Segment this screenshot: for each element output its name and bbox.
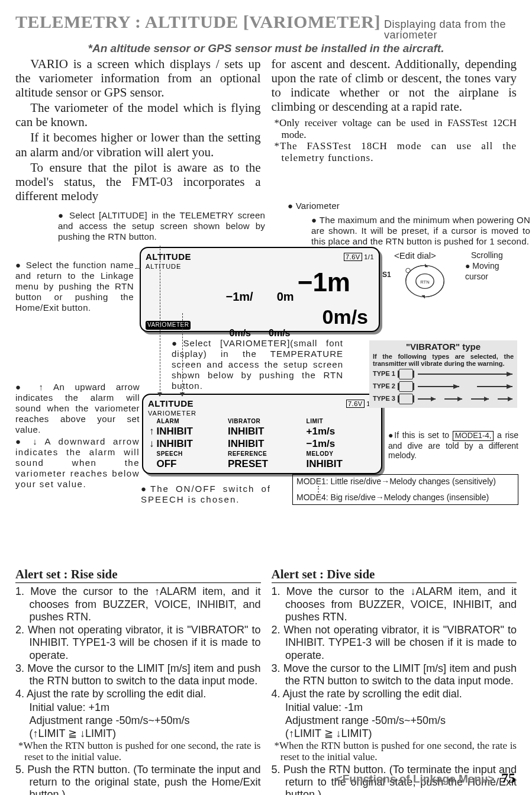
lcd2-r1-vib: INHIBIT: [227, 425, 305, 437]
dive-reset-line: *When the RTN button is pushed for one s…: [272, 741, 517, 762]
lcd1-bot-left: 0m/s: [230, 327, 251, 339]
rise-step-4: 4. Ajust the rate by scrolling the edit …: [15, 688, 261, 700]
rise-step-2: 2. When not operating vibrator, it is "V…: [15, 624, 261, 662]
callout-max-min: The maximum and the minimum when powerin…: [311, 215, 530, 246]
intro-p2: The variometer of the model which is fly…: [15, 101, 261, 129]
lcd2-r2-limit: −1m/s: [305, 437, 376, 450]
lcd2-h-mel: MELODY: [305, 450, 376, 458]
rise-step-1: 1. Move the cursor to the ↑ALARM item, a…: [15, 585, 261, 623]
dive-step-2: 2. When not operating vibrator, it is "V…: [272, 624, 517, 662]
page-subtitle: Displaying data from the variometer: [384, 19, 517, 40]
svg-marker-11: [507, 384, 512, 389]
lcd2-mel: INHIBIT: [305, 458, 376, 470]
intro-p4: To ensure that the pilot is aware as to …: [15, 160, 261, 203]
callout-select-altitude: Select [ALTITUDE] in the TELEMETRY scree…: [58, 210, 265, 242]
intro-p1: VARIO is a screen which displays / sets …: [15, 57, 261, 99]
rise-reset-line: *When the RTN button is pushed for one s…: [15, 741, 261, 762]
callout-down-arrow: ↓ A downward arrow indicates the alarm w…: [15, 436, 140, 489]
svg-text:RTN: RTN: [420, 279, 429, 285]
callout-variometer: Variometer: [296, 201, 340, 211]
page-number: 75: [501, 770, 515, 786]
lcd2-h-speech: SPEECH: [156, 450, 227, 458]
svg-marker-13: [431, 397, 436, 401]
lcd1-vario-label: VARIOMETER: [146, 321, 191, 330]
vib-type2: TYPE 2: [373, 382, 395, 391]
lcd2-r1-limit: +1m/s: [305, 425, 376, 437]
lcd1-page: 1/1: [364, 253, 374, 260]
dive-step-3: 3. Move the cursor to the LIMIT [m/s] it…: [272, 662, 517, 687]
alert-dive-title: Alert set : Dive side: [272, 567, 517, 583]
footer-label: <Functions of Linkage Menu>: [336, 773, 495, 785]
mode-callout-box: MODE1-4,: [453, 431, 494, 441]
transmitter-icon: [399, 369, 413, 379]
page-title: TELEMETRY : ALTITUDE [VARIOMETER]: [15, 11, 381, 33]
transmitter-icon: [399, 394, 413, 404]
lcd1-batt: 7.6V: [344, 253, 362, 261]
svg-marker-15: [457, 397, 462, 401]
lcd2-r2-arrow: ↓: [148, 437, 156, 450]
dive-step-1: 1. Move the cursor to the ↓ALARM item, a…: [272, 585, 517, 623]
rise-step-4c: (↑LIMIT ≧ ↓LIMIT): [15, 728, 261, 740]
dive-step-4a: Initial value: -1m: [272, 701, 517, 714]
svg-marker-7: [507, 372, 512, 376]
transmitter-icon: [399, 381, 413, 392]
callout-speech: The ON/OFF switch of SPEECH is chosen.: [141, 484, 271, 504]
vib-type3: TYPE 3: [373, 395, 395, 403]
lcd1-big-value: −1m: [298, 271, 374, 293]
vib-pattern-2-icon: [417, 382, 514, 391]
lcd2-speech: OFF: [156, 458, 227, 470]
vib-pattern-3-icon: [417, 394, 514, 404]
lcd1-mid-right: 0m: [277, 289, 294, 304]
note-18ch: *The FASSTest 18CH mode can use all the …: [272, 140, 517, 163]
svg-marker-17: [484, 397, 489, 401]
lcd2-sub: VARIOMETER: [148, 410, 376, 418]
svg-marker-19: [508, 397, 512, 401]
vibrator-sub: If the following types are selected, the…: [373, 353, 514, 367]
lcd1-bot-right: 0m/s: [269, 327, 290, 339]
dive-step-4c: (↑LIMIT ≧ ↓LIMIT): [272, 728, 517, 740]
rise-step-4b: Adjustment range -50m/s~+50m/s: [15, 714, 261, 727]
scrolling-label: Scrolling: [471, 250, 503, 261]
vibrator-type-box: "VIBRATOR" type If the following types a…: [369, 340, 517, 408]
svg-point-5: [406, 268, 411, 273]
lcd2-h-ref: REFERENCE: [227, 450, 305, 458]
lcd1-title: ALTITUDE: [146, 252, 191, 263]
lcd1-bot-big: 0m/s: [323, 304, 375, 330]
dive-step-4b: Adjustment range -50m/s~+50m/s: [272, 714, 517, 727]
lcd2-r1-arrow: ↑: [148, 425, 156, 437]
mode1-line: MODE1: Little rise/dive→Melody changes (…: [296, 477, 514, 487]
lcd2-batt: 7.6V: [346, 400, 365, 408]
lcd2-ref: PRESET: [227, 458, 305, 470]
note-12ch: *Only receiver voltage can be used in FA…: [272, 117, 517, 140]
lcd2-r2-alarm: INHIBIT: [156, 437, 227, 450]
dive-step-4: 4. Ajust the rate by scrolling the edit …: [272, 688, 517, 700]
lcd2-r2-vib: INHIBIT: [227, 437, 305, 450]
intro-p5: for ascent and descent. Additionally, de…: [272, 57, 517, 114]
lcd2-r1-alarm: INHIBIT: [156, 425, 227, 437]
rise-step-3: 3. Move the cursor to the LIMIT [m/s] it…: [15, 662, 261, 687]
mode-callout-pre: If this is set to: [394, 430, 449, 440]
lcd2-h-alarm: ALARM: [156, 418, 227, 426]
intro-p3: If it becomes higher or lower than the s…: [15, 130, 261, 159]
edit-dial-label: <Edit dial>: [394, 250, 436, 262]
lcd1-mid-left: −1m/: [225, 289, 253, 304]
lcd2-title: ALTITUDE: [148, 398, 194, 410]
lcd2-h-vib: VIBRATOR: [227, 418, 305, 426]
vib-type1: TYPE 1: [373, 370, 395, 378]
callout-select-fn: Select the function name and return to t…: [15, 260, 134, 313]
lcd2-h-limit: LIMIT: [305, 418, 376, 426]
vib-pattern-1-icon: [417, 369, 514, 379]
edit-dial-icon: RTN: [402, 262, 447, 300]
mode-description-box: MODE1: Little rise/dive→Melody changes (…: [292, 474, 518, 504]
vibrator-title: "VIBRATOR" type: [373, 342, 514, 353]
mode4-line: MODE4: Big rise/dive→Melody changes (ins…: [296, 493, 514, 503]
install-warning: *An altitude sensor or GPS sensor must b…: [15, 41, 517, 56]
lcd-altitude-screen: ALTITUDE 7.6V 1/1 ALTITUDE −1m −1m/ 0m V…: [140, 247, 380, 332]
callout-select-vario: Select [VARIOMETER](small font display) …: [172, 338, 343, 391]
lcd-variometer-settings: ALTITUDE 7.6V 1/1 VARIOMETER ALARM VIBRA…: [142, 394, 382, 474]
rise-step-4a: Initial value: +1m: [15, 701, 261, 714]
s1-label: S1: [382, 271, 391, 279]
alert-rise-title: Alert set : Rise side: [15, 567, 261, 583]
svg-marker-9: [453, 384, 459, 389]
